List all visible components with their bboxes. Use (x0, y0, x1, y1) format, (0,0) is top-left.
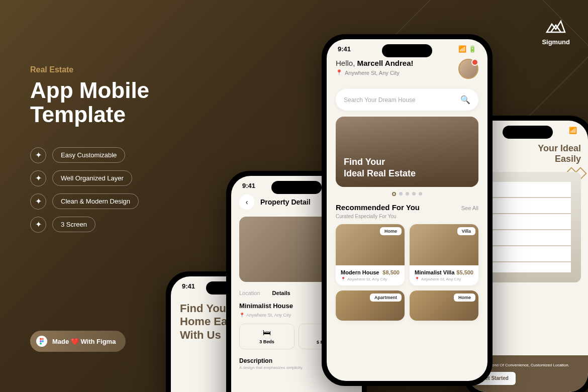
sparkle-icon: ✦ (30, 217, 46, 233)
search-placeholder: Search Your Dream House (344, 96, 416, 104)
svg-point-2 (40, 340, 42, 342)
card-location: 📍Anywhere St, Any City (415, 277, 473, 281)
sparkle-icon: ✦ (30, 193, 46, 210)
pin-icon: 📍 (415, 277, 420, 281)
card-tag: Home (380, 227, 402, 235)
stat-beds: 🛏3 Beds (239, 324, 295, 349)
pin-icon: 📍 (239, 313, 245, 318)
page-title: Property Detail (260, 198, 311, 206)
back-button[interactable]: ‹ (239, 194, 254, 210)
card-price: $5,500 (456, 269, 473, 275)
carousel-dots[interactable] (327, 192, 487, 196)
property-card[interactable]: Apartment (336, 290, 405, 321)
status-time: 9:41 (242, 182, 255, 189)
figma-icon (36, 336, 47, 347)
see-all-link[interactable]: See All (461, 205, 478, 211)
svg-point-1 (42, 338, 44, 340)
card-location: 📍Anywhere St, Any City (341, 277, 400, 281)
tab-location[interactable]: Location (239, 290, 260, 296)
section-title: Recommended For You (336, 203, 420, 212)
section-subtitle: Curated Especially For You (327, 214, 487, 219)
property-card[interactable]: Home (410, 290, 478, 321)
card-tag: Apartment (370, 293, 402, 302)
status-icons: 📶 🔋 (458, 45, 476, 53)
hero-banner[interactable]: Find YourIdeal Real Estate (336, 117, 478, 187)
greeting: Hello, Marcell Andrea! (336, 59, 414, 67)
svg-point-4 (40, 343, 42, 345)
card-name: Minimalist Villa (415, 269, 454, 275)
svg-point-3 (42, 340, 44, 342)
pin-icon: 📍 (336, 69, 343, 76)
eyebrow: Real Estate (30, 65, 221, 74)
card-tag: Villa (457, 227, 475, 235)
status-time: 9:41 (182, 282, 195, 290)
feature-item: Well Organized Layer (52, 170, 132, 186)
feature-list: ✦Easy Customizable ✦Well Organized Layer… (30, 147, 221, 233)
status-time: 9:41 (338, 45, 351, 53)
card-tag: Home (454, 293, 475, 302)
card-name: Modern House (341, 269, 379, 275)
sparkle-icon: ✦ (30, 170, 46, 186)
user-location: 📍Anywhere St, Any City (336, 69, 414, 76)
feature-item: Easy Customizable (52, 147, 125, 163)
bed-icon: 🛏 (244, 328, 290, 337)
pin-icon: 📍 (341, 277, 346, 281)
feature-item: Clean & Modern Design (52, 193, 139, 209)
search-icon: 🔍 (460, 95, 470, 105)
property-card[interactable]: Home Modern House$8,500 📍Anywhere St, An… (336, 224, 405, 285)
avatar[interactable] (458, 59, 478, 79)
figma-badge: Made ❤️ With Figma (30, 331, 126, 352)
sparkle-icon: ✦ (30, 147, 46, 163)
property-card[interactable]: Villa Minimalist Villa$5,500 📍Anywhere S… (410, 224, 478, 285)
search-input[interactable]: Search Your Dream House 🔍 (336, 89, 478, 111)
card-price: $8,500 (382, 269, 400, 275)
tab-details[interactable]: Details (272, 290, 290, 296)
feature-item: 3 Screen (52, 217, 95, 232)
phone-mockup-1: 9:41📶 🔋 Hello, Marcell Andrea! 📍Anywhere… (322, 34, 493, 386)
status-icons: 📶 (569, 127, 577, 134)
svg-point-0 (40, 338, 42, 340)
main-title: App MobileTemplate (30, 78, 221, 127)
